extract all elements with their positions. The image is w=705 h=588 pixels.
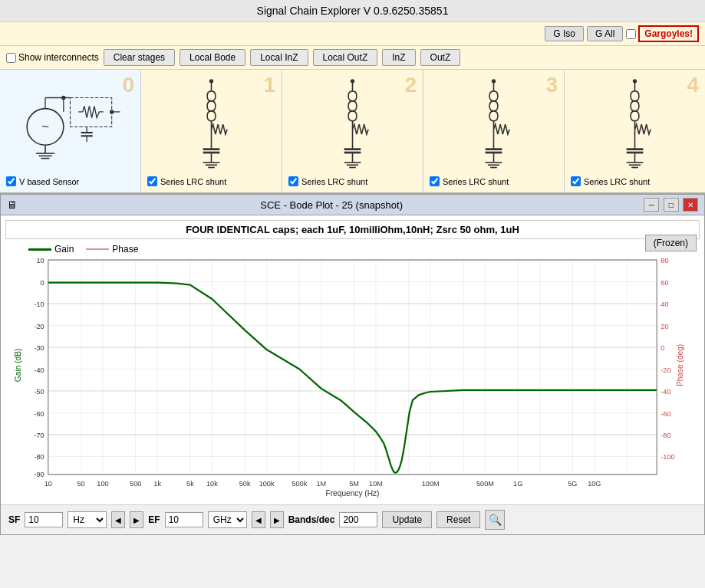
search-button[interactable]: 🔍 [485,510,505,530]
frozen-button[interactable]: (Frozen) [645,235,697,251]
sf-left-arrow[interactable]: ◀ [111,511,125,528]
stage-3-type: Series LRC shunt [443,177,509,186]
gargoyles-checkbox[interactable] [626,29,636,39]
hz-select[interactable]: Hz kHz MHz GHz [68,511,107,528]
svg-text:500k: 500k [292,480,307,488]
local-bode-button[interactable]: Local Bode [180,49,245,66]
update-button[interactable]: Update [382,511,432,528]
stage-4-checkbox[interactable] [571,176,581,186]
svg-text:60: 60 [661,279,668,287]
stage-3-svg [427,73,561,172]
svg-text:5G: 5G [568,480,577,488]
iso-group: G Iso G All Gargoyles! [545,25,699,42]
svg-text:10G: 10G [588,480,601,488]
ef-input[interactable] [165,512,203,527]
bode-plot-title: FOUR IDENTICAL caps; each 1uF, 10milliOh… [5,220,700,239]
svg-text:100k: 100k [259,480,275,488]
stages-area: 0 ~ [0,70,705,194]
outz-button[interactable]: OutZ [420,49,461,66]
stage-0-number: 0 [122,73,134,97]
stage-0-checkbox[interactable] [6,176,16,186]
top-toolbar: G Iso G All Gargoyles! [0,22,705,46]
stage-4-svg [568,73,702,172]
g-all-button[interactable]: G All [587,26,623,41]
bode-window-title: SCE - Bode Plot - 25 (snapshot) [21,199,642,211]
svg-text:50: 50 [77,480,84,488]
local-inz-button[interactable]: Local InZ [250,49,308,66]
gargoyles-label: Gargoyles! [638,25,699,42]
svg-text:-40: -40 [661,388,670,396]
legend: Gain Phase [5,242,700,256]
svg-text:-60: -60 [661,410,670,418]
stage-3-checkbox[interactable] [430,176,440,186]
ef-right-arrow[interactable]: ▶ [270,511,284,528]
svg-point-11 [61,96,65,100]
legend-phase: Phase [86,244,138,255]
svg-text:10M: 10M [369,480,383,488]
stage-3: 3 Series LRC shunt [423,70,565,192]
sf-input[interactable] [25,512,63,527]
bode-content: FOUR IDENTICAL caps; each 1uF, 10milliOh… [1,215,704,504]
gargoyles-checkbox-label[interactable]: Gargoyles! [626,25,699,42]
clear-stages-button[interactable]: Clear stages [104,49,175,66]
stage-2-svg [285,73,420,172]
svg-point-50 [492,79,496,83]
svg-text:Gain (dB): Gain (dB) [14,349,22,382]
svg-text:50k: 50k [239,480,251,488]
g-iso-button[interactable]: G Iso [545,26,584,41]
ef-label: EF [148,514,160,525]
svg-point-39 [351,79,354,83]
stage-2-checkbox[interactable] [288,176,298,186]
local-outz-button[interactable]: Local OutZ [313,49,378,66]
svg-text:-100: -100 [661,453,674,461]
svg-text:Phase (deg): Phase (deg) [676,344,684,386]
close-button[interactable]: ✕ [683,198,698,212]
stage-4: 4 Series LRC shunt [565,70,705,192]
maximize-button[interactable]: □ [664,198,679,212]
gain-label: Gain [54,244,74,255]
show-interconnects-label[interactable]: Show interconnects [6,52,99,63]
svg-text:40: 40 [661,301,668,308]
phase-line-icon [86,248,109,250]
svg-text:-50: -50 [34,388,44,396]
phase-label: Phase [112,244,138,255]
svg-text:500M: 500M [476,480,494,488]
stage-1-checkbox[interactable] [147,176,157,186]
bands-input[interactable] [339,512,377,527]
bottom-controls: SF Hz kHz MHz GHz ◀ ▶ EF GHz MHz kHz Hz … [1,504,704,534]
show-interconnects-checkbox[interactable] [6,53,16,63]
bode-icon: 🖥 [7,199,18,211]
stage-4-type: Series LRC shunt [584,177,650,186]
svg-point-61 [633,79,637,83]
bode-chart-svg: 10 0 -10 -20 -30 -40 -50 -60 -70 -80 -90… [13,256,692,498]
svg-text:80: 80 [661,257,668,264]
svg-text:500: 500 [130,480,141,488]
minimize-button[interactable]: ─ [644,198,659,212]
svg-text:-40: -40 [34,366,44,374]
stage-1-type: Series LRC shunt [160,177,226,186]
svg-text:1k: 1k [153,480,161,488]
svg-text:-20: -20 [34,323,44,330]
ghz-select[interactable]: GHz MHz kHz Hz [208,511,247,528]
stage-1: 1 Series LRC shunt [141,70,282,192]
stage-1-number: 1 [263,73,275,97]
stage-2-number: 2 [404,73,417,97]
svg-text:-70: -70 [34,432,44,439]
svg-text:-30: -30 [34,344,44,352]
stage-0: 0 ~ [0,70,141,192]
ef-left-arrow[interactable]: ◀ [252,511,265,528]
gain-line-icon [28,248,51,251]
svg-point-17 [110,110,114,113]
svg-text:10: 10 [37,257,44,264]
stage-4-number: 4 [687,73,699,97]
sf-right-arrow[interactable]: ▶ [130,511,143,528]
stage-3-checkbox-row: Series LRC shunt [427,175,561,188]
title-bar: Signal Chain Explorer V 0.9.6250.35851 [0,0,705,22]
reset-button[interactable]: Reset [437,511,480,528]
stage-0-svg: ~ [3,73,137,172]
svg-text:100: 100 [97,480,108,488]
svg-text:20: 20 [661,323,668,330]
svg-text:-90: -90 [34,471,44,478]
inz-button[interactable]: InZ [382,49,415,66]
stage-3-number: 3 [545,73,558,97]
